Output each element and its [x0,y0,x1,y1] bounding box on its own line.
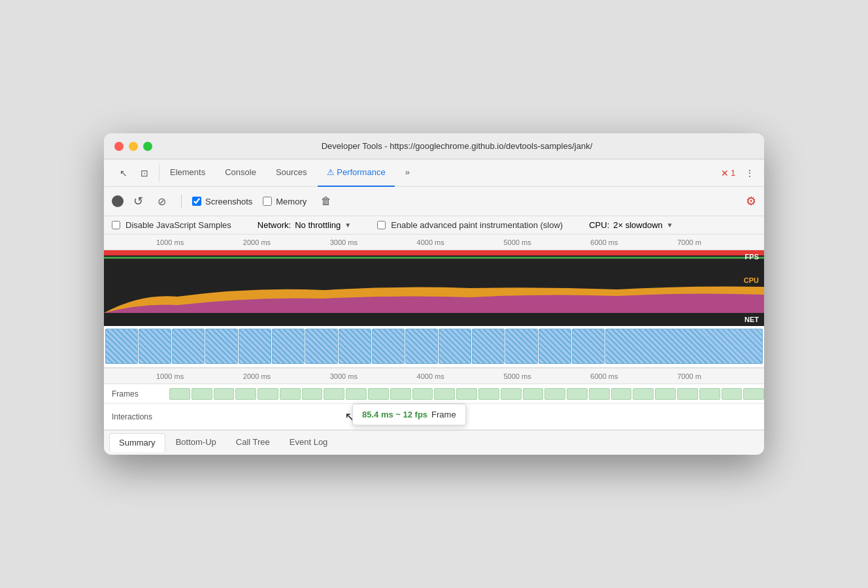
titlebar: Developer Tools - https://googlechrome.g… [104,133,764,159]
tooltip-frame: Frame [431,410,456,419]
lower-mark-3: 3000 ms [330,372,417,380]
net-track: NET [104,313,764,326]
lower-mark-4: 4000 ms [417,372,504,380]
cpu-throttle-group: CPU: 2× slowdown ▼ [589,220,673,230]
lower-ruler-marks: 1000 ms 2000 ms 3000 ms 4000 ms 5000 ms … [104,372,764,380]
frame-block [677,388,698,400]
timeline-upper: 1000 ms 2000 ms 3000 ms 4000 ms 5000 ms … [104,235,764,368]
frame-block [567,388,588,400]
memory-label: Memory [276,197,307,206]
frame-block [280,388,301,400]
advanced-paint-label: Enable advanced paint instrumentation (s… [391,220,563,230]
lower-mark-7: 7000 m [677,372,764,380]
cursor-icon[interactable]: ↖ [114,164,133,182]
tab-event-log[interactable]: Event Log [280,433,337,452]
cpu-track: CPU [104,274,764,313]
frame-block [258,388,278,400]
tab-console[interactable]: Console [216,159,265,187]
tab-bar: ↖ ⊡ Elements Console Sources ⚠ Performan… [104,159,764,187]
net-label: NET [744,316,759,323]
tab-sources[interactable]: Sources [267,159,316,187]
divider [181,195,182,208]
window-title: Developer Tools - https://googlechrome.g… [160,141,754,151]
ruler-mark-5: 5000 ms [503,238,590,246]
frame-block [743,388,764,400]
ruler-mark-7: 7000 m [677,238,764,246]
ruler-marks: 1000 ms 2000 ms 3000 ms 4000 ms 5000 ms … [104,235,764,250]
toolbar-right: ✕ 1 ⋮ [721,164,759,182]
controls-bar: ↺ ⊘ Screenshots Memory 🗑 ⚙ [104,187,764,216]
frame-block [346,388,367,400]
ruler-mark-3: 3000 ms [330,238,417,246]
frames-row: Frames [104,384,764,404]
frame-block [699,388,720,400]
network-throttle-group: Network: No throttling ▼ [258,220,351,230]
frame-block [390,388,411,400]
memory-group: Memory [263,197,307,206]
cpu-dropdown-arrow[interactable]: ▼ [667,221,673,229]
lower-mark-1: 1000 ms [156,372,243,380]
frame-tooltip: 85.4 ms ~ 12 fps Frame [352,404,466,425]
lower-mark-5: 5000 ms [503,372,590,380]
dock-icon[interactable]: ⊡ [135,164,154,182]
tab-bottom-up[interactable]: Bottom-Up [167,433,225,452]
frame-block [589,388,610,400]
lower-mark-6: 6000 ms [590,372,677,380]
timeline-lower: 1000 ms 2000 ms 3000 ms 4000 ms 5000 ms … [104,368,764,430]
ruler-mark-6: 6000 ms [590,238,677,246]
frame-block [523,388,544,400]
frame-block [611,388,632,400]
frame-block [434,388,455,400]
tab-more[interactable]: » [396,159,419,187]
frames-label: Frames [104,389,169,399]
screenshots-label: Screenshots [205,197,252,206]
network-value: No throttling [295,220,341,230]
more-menu-button[interactable]: ⋮ [741,164,759,182]
traffic-lights [114,142,152,151]
record-group: ↺ ⊘ [112,192,171,210]
frame-block [722,388,743,400]
advanced-paint-checkbox[interactable] [377,221,386,229]
ruler-mark-2: 2000 ms [243,238,330,246]
record-button[interactable] [112,195,124,207]
memory-checkbox[interactable] [263,197,272,206]
error-badge[interactable]: ✕ 1 [721,168,735,178]
tab-summary[interactable]: Summary [109,433,165,452]
timeline-ruler: 1000 ms 2000 ms 3000 ms 4000 ms 5000 ms … [104,235,764,250]
frames-content [169,387,764,400]
disable-js-samples-checkbox[interactable] [112,221,120,229]
reload-button[interactable]: ↺ [129,192,147,210]
maximize-button[interactable] [143,142,152,151]
devtools-window: Developer Tools - https://googlechrome.g… [104,133,764,455]
frame-block [235,388,256,400]
tooltip-fps: 85.4 ms ~ 12 fps [362,410,427,419]
frame-block [544,388,565,400]
frame-block [324,388,344,400]
frame-block [655,388,676,400]
screenshots-group: Screenshots [192,197,252,206]
tab-performance[interactable]: ⚠ Performance [318,159,395,187]
ruler-mark-4: 4000 ms [417,238,504,246]
screenshots-checkbox[interactable] [192,197,201,206]
frame-block [456,388,477,400]
tab-elements[interactable]: Elements [161,159,214,187]
interactions-row: Interactions ↖ 85.4 ms ~ 12 fps Frame [104,404,764,430]
clear-button[interactable]: ⊘ [152,192,171,210]
frame-block [412,388,433,400]
ruler-mark-1: 1000 ms [156,238,243,246]
tab-call-tree[interactable]: Call Tree [227,433,279,452]
frame-block [302,388,323,400]
trash-button[interactable]: 🗑 [317,192,335,210]
disable-js-samples-label: Disable JavaScript Samples [125,220,231,230]
network-dropdown-arrow[interactable]: ▼ [344,221,351,229]
minimize-button[interactable] [129,142,138,151]
fps-label: FPS [745,253,759,261]
lower-ruler: 1000 ms 2000 ms 3000 ms 4000 ms 5000 ms … [104,368,764,384]
cpu-label: CPU: [589,220,609,230]
frame-block [214,388,235,400]
cpu-label: CPU [744,276,759,284]
toolbar-icons: ↖ ⊡ [109,164,159,182]
close-button[interactable] [114,142,124,151]
settings-button[interactable]: ⚙ [746,194,756,208]
options-bar: Disable JavaScript Samples Network: No t… [104,216,764,235]
